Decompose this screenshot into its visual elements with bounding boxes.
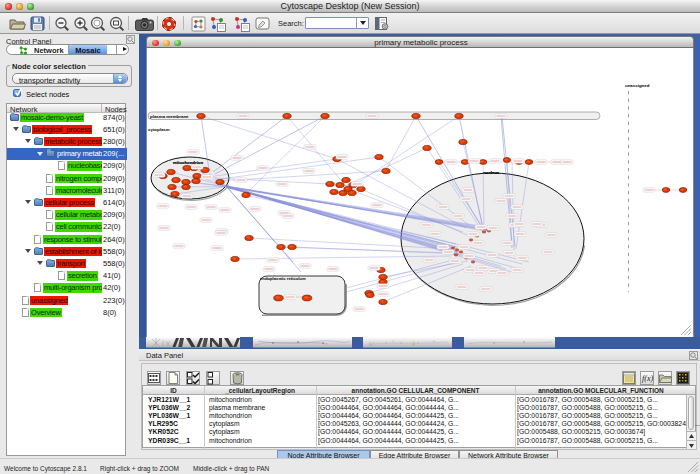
svg-text:mitochondrion: mitochondrion — [173, 160, 203, 165]
svg-text:plasma membrane: plasma membrane — [150, 114, 189, 119]
svg-text:endoplasmic reticulum: endoplasmic reticulum — [260, 276, 306, 281]
svg-text:unassigned: unassigned — [625, 83, 650, 88]
svg-text:cytoplasm: cytoplasm — [148, 127, 170, 132]
svg-text:f(x): f(x) — [642, 374, 653, 383]
svg-text:nucleus: nucleus — [483, 170, 500, 175]
